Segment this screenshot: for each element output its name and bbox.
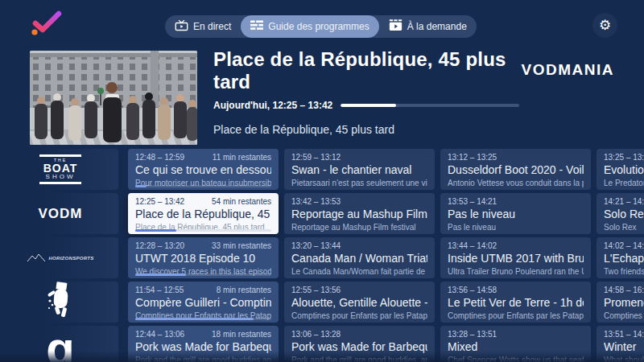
program-time: 14:02 – 14:26	[604, 241, 644, 250]
program-cell[interactable]: 13:51 – 14:13 Winter What should y…	[597, 326, 644, 362]
tab-label: À la demande	[407, 21, 467, 32]
program-time: 12:55 – 13:56	[291, 286, 341, 294]
program-title: Evolution	[604, 163, 644, 176]
channel-logo-vodm[interactable]: VODM	[0, 193, 121, 234]
program-remaining: 8 min restantes	[217, 286, 271, 294]
program-time: 13:28 – 13:51	[448, 330, 497, 339]
program-remaining: 11 min restantes	[213, 153, 271, 162]
program-time: 12:25 – 13:42	[135, 197, 184, 206]
program-subtitle: Comptines pour Enfants par les Patapons	[448, 311, 584, 320]
program-title: Ce qui se trouve en dessous	[135, 163, 271, 176]
program-title: Alouette, Gentille Alouette - …	[291, 296, 427, 309]
program-title: Mixed	[448, 340, 584, 353]
program-title: Winter	[604, 340, 644, 353]
program-cell[interactable]: 12:28 – 13:2033 min restantes UTWT 2018 …	[128, 237, 279, 278]
program-subtitle: Pas le niveau	[448, 223, 584, 232]
program-time: 13:20 – 13:44	[291, 241, 341, 250]
mountain-icon	[27, 251, 46, 265]
program-title: UTWT 2018 Episode 10	[135, 252, 271, 265]
program-remaining: 18 min restantes	[212, 330, 271, 339]
channel-logo-les-patapons[interactable]	[0, 282, 121, 323]
channel-logo-text: SHOW	[42, 174, 79, 181]
program-cell[interactable]: 12:48 – 12:5911 min restantes Ce qui se …	[128, 149, 279, 190]
program-subtitle: Chef Spencer Watts show us that seafood …	[448, 356, 584, 362]
program-subtitle: Le Predator 60	[604, 179, 644, 187]
program-cell[interactable]: 11:54 – 12:558 min restantes Compère Gui…	[128, 282, 279, 323]
program-cell[interactable]: 14:02 – 14:26 L'Echappée Two friends ul	[597, 237, 644, 278]
program-cell[interactable]: 13:20 – 13:44 Canada Man / Woman Triathl…	[284, 237, 435, 278]
channel-logo-the-boat-show[interactable]: THE BOAT SHOW	[0, 149, 121, 190]
program-time: 13:12 – 13:25	[448, 153, 497, 162]
program-cell[interactable]: 13:44 – 14:02 Inside UTMB 2017 with Brun…	[440, 237, 591, 278]
progress-bar	[135, 318, 271, 320]
program-time: 12:59 – 13:12	[291, 153, 341, 162]
progress-bar	[135, 185, 271, 187]
program-cell-selected[interactable]: 12:25 – 13:4254 min restantes Place de l…	[128, 193, 279, 234]
gear-icon: ⚙	[599, 19, 611, 32]
program-title: Compère Guilleri - Comptine…	[135, 296, 271, 309]
program-time: 13:44 – 14:02	[448, 241, 497, 250]
hero-thumbnail[interactable]	[30, 51, 197, 145]
program-cell[interactable]: 13:25 – 13:39 Evolution Le Predator 60	[597, 149, 644, 190]
program-title: Swan - le chantier naval	[291, 163, 427, 176]
program-cell[interactable]: 13:42 – 13:53 Reportage au Mashup Film f…	[284, 193, 435, 234]
program-cell[interactable]: 14:58 – 16:00 Promenons Comptines pour	[597, 282, 644, 323]
program-title: Promenons	[604, 296, 644, 309]
program-cell[interactable]: 13:28 – 13:51 Mixed Chef Spencer Watts s…	[440, 326, 591, 362]
program-subtitle: Comptines pour Enfants par les Patapons	[291, 311, 427, 320]
program-subtitle: Le Canada Man/Woman fait partie de la sé…	[291, 267, 427, 276]
program-title: Reportage au Mashup Film f…	[291, 208, 427, 220]
channel-logo-text: VODM	[39, 206, 83, 222]
program-title: Le Petit Ver de Terre - 1h de …	[448, 296, 584, 309]
program-subtitle: Reportage au Mashup Film festival	[291, 223, 427, 232]
program-time: 12:48 – 12:59	[135, 153, 184, 162]
program-time: 14:58 – 16:00	[604, 286, 644, 294]
program-title: Pork was Made for Barbeques	[291, 340, 427, 353]
program-time: 13:06 – 13:28	[291, 330, 341, 339]
program-title: Pas le niveau	[448, 208, 584, 220]
channel-logo-g[interactable]: g	[0, 326, 121, 362]
tab-en-direct[interactable]: En direct	[165, 15, 241, 38]
program-cell[interactable]: 13:56 – 14:58 Le Petit Ver de Terre - 1h…	[440, 282, 591, 323]
hero-progress-bar	[341, 104, 519, 107]
channel-logo-text: HORIZONSPORTS	[48, 256, 93, 261]
program-cell[interactable]: 12:59 – 13:12 Swan - le chantier naval P…	[284, 149, 435, 190]
tab-guide-des-programmes[interactable]: Guide des programmes	[241, 15, 378, 38]
program-cell[interactable]: 13:53 – 14:21 Pas le niveau Pas le nivea…	[440, 193, 591, 234]
program-time: 11:54 – 12:55	[135, 286, 184, 294]
hero-subtitle: Place de la République, 45 plus tard	[213, 123, 535, 136]
program-remaining: 33 min restantes	[212, 241, 271, 250]
program-title: Place de la République, 45 p…	[135, 208, 271, 220]
program-cell[interactable]: 12:44 – 13:0618 min restantes Pork was M…	[128, 326, 279, 362]
tab-a-la-demande[interactable]: À la demande	[379, 15, 477, 38]
provider-logo-vodmania: VODMANIA	[522, 61, 614, 79]
program-remaining: 54 min restantes	[212, 197, 271, 206]
program-subtitle: Two friends ul	[604, 267, 644, 276]
program-time: 12:28 – 13:20	[135, 241, 184, 250]
program-title: Pork was Made for Barbeques	[135, 340, 271, 353]
program-subtitle: Antonio Vettese vous conduit dans la plu…	[448, 179, 584, 187]
program-time: 13:51 – 14:13	[604, 330, 644, 339]
program-cell[interactable]: 13:06 – 13:28 Pork was Made for Barbeque…	[284, 326, 435, 362]
channel-logo-text: BOAT	[42, 162, 79, 174]
progress-bar	[135, 274, 271, 276]
program-title: Canada Man / Woman Triathl…	[291, 252, 427, 265]
settings-button[interactable]: ⚙	[592, 13, 617, 38]
program-cell[interactable]: 13:12 – 13:25 Dusseldorf Boot 2020 - Voi…	[440, 149, 591, 190]
hero-thumbnail-art	[30, 51, 197, 145]
tab-label: En direct	[193, 21, 231, 32]
program-subtitle: Solo Rex	[604, 223, 644, 232]
channel-logo-horizon-sports[interactable]: HORIZONSPORTS	[0, 237, 121, 278]
program-subtitle: Comptines pour	[604, 311, 644, 320]
program-cell[interactable]: 12:55 – 13:56 Alouette, Gentille Alouett…	[284, 282, 435, 323]
progress-bar	[135, 229, 271, 232]
program-cell[interactable]: 14:21 – 14:44 Solo Rex Solo Rex	[597, 193, 644, 234]
program-time: 13:53 – 14:21	[448, 197, 497, 206]
program-subtitle: What should y…	[604, 356, 644, 362]
program-subtitle: Pork and the grill are good buddies and …	[135, 356, 271, 362]
guide-grid-icon	[250, 20, 263, 33]
app-logo-icon	[29, 10, 66, 38]
channel-logo-text: g	[46, 328, 74, 362]
program-time: 13:25 – 13:39	[604, 153, 644, 162]
program-subtitle: Ultra Trailer Bruno Poulenard ran the UT…	[448, 267, 584, 276]
